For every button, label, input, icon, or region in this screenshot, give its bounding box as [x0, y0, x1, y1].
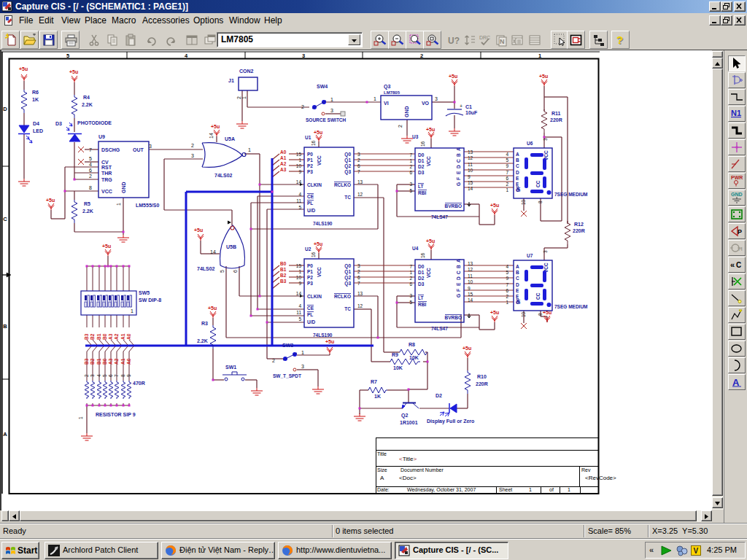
svg-text:B0: B0: [280, 261, 287, 266]
svg-text:SW_T_SPDT: SW_T_SPDT: [273, 373, 301, 378]
svg-text:C: C: [736, 261, 741, 269]
svg-text:1: 1: [298, 158, 301, 163]
svg-text:D: D: [516, 170, 519, 175]
svg-text:R10: R10: [477, 374, 487, 379]
svg-text:Date:: Date:: [377, 487, 390, 492]
svg-text:A0: A0: [126, 333, 131, 340]
svg-text:3: 3: [543, 250, 548, 253]
svg-text:Display Full or Zero: Display Full or Zero: [427, 419, 474, 424]
svg-text:+5u: +5u: [490, 310, 499, 315]
svg-text:D2: D2: [418, 164, 425, 169]
svg-text:D1: D1: [418, 270, 425, 275]
svg-text:A: A: [456, 147, 461, 151]
svg-text:LM555/S0: LM555/S0: [136, 203, 159, 208]
svg-text:B1: B1: [96, 358, 101, 365]
svg-text:RCLKO: RCLKO: [334, 294, 351, 299]
svg-text:14: 14: [468, 298, 473, 303]
svg-text:D: D: [516, 282, 519, 287]
svg-text:3: 3: [543, 138, 548, 141]
svg-text:B2: B2: [90, 333, 95, 340]
svg-text:3: 3: [301, 364, 304, 369]
svg-text:+5u: +5u: [19, 66, 28, 71]
svg-text:A0: A0: [280, 149, 287, 155]
svg-text:R6: R6: [32, 90, 39, 95]
svg-text:«: «: [730, 260, 735, 269]
svg-text:R8: R8: [409, 342, 415, 347]
svg-text:D3: D3: [418, 281, 425, 287]
svg-text:470R: 470R: [133, 381, 145, 386]
svg-text:9: 9: [506, 163, 508, 168]
svg-text:10: 10: [296, 163, 302, 168]
svg-text:12: 12: [357, 303, 363, 308]
svg-text:SW3: SW3: [282, 343, 293, 348]
svg-text:3: 3: [409, 182, 412, 187]
svg-text:CV: CV: [101, 160, 109, 165]
svg-text:7: 7: [409, 152, 412, 158]
svg-text:16: 16: [420, 141, 425, 147]
svg-text:RESISTOR SIP 9: RESISTOR SIP 9: [96, 412, 136, 417]
svg-text:Q1: Q1: [344, 269, 351, 275]
svg-text:74LS190: 74LS190: [313, 332, 333, 338]
svg-text:9: 9: [298, 281, 301, 286]
svg-text:Title: Title: [377, 451, 387, 456]
svg-text:H: H: [738, 246, 743, 252]
svg-text:5: 5: [89, 156, 92, 161]
svg-text:220R: 220R: [550, 117, 562, 122]
svg-text:VCC: VCC: [426, 156, 431, 166]
svg-text:U7: U7: [527, 253, 533, 258]
svg-text:1: 1: [301, 350, 304, 355]
svg-text:12: 12: [357, 192, 363, 197]
svg-text:5: 5: [298, 205, 301, 210]
svg-text:CON2: CON2: [239, 69, 254, 74]
svg-text:D2: D2: [436, 393, 442, 398]
svg-text:9: 9: [126, 374, 131, 377]
svg-text:RST: RST: [101, 165, 112, 170]
svg-text:4: 4: [298, 192, 301, 197]
svg-text:16: 16: [311, 252, 316, 257]
svg-text:1: 1: [131, 308, 133, 314]
svg-text:5: 5: [409, 300, 412, 305]
svg-text:D: D: [456, 276, 461, 280]
svg-text:220R: 220R: [573, 228, 585, 233]
svg-text:E: E: [456, 171, 461, 174]
svg-text:SW DIP-8: SW DIP-8: [139, 298, 161, 303]
svg-text:D2: D2: [418, 276, 425, 281]
svg-text:P0: P0: [307, 152, 313, 157]
svg-text:Size: Size: [377, 467, 387, 472]
svg-text:1: 1: [568, 487, 570, 492]
svg-text:Q3: Q3: [344, 169, 351, 175]
svg-text:Q0: Q0: [344, 263, 351, 269]
svg-text:9: 9: [468, 286, 471, 291]
svg-text:VCC: VCC: [317, 267, 322, 277]
svg-text:+5u: +5u: [102, 244, 111, 249]
svg-text:7: 7: [114, 374, 119, 377]
svg-text:5: 5: [506, 158, 508, 163]
svg-text:11: 11: [468, 273, 473, 279]
svg-text:1: 1: [241, 96, 247, 99]
svg-text:PWR: PWR: [731, 175, 743, 180]
svg-text:D0: D0: [418, 152, 425, 158]
svg-text:74LS47: 74LS47: [431, 214, 448, 219]
svg-text:5: 5: [298, 316, 301, 322]
svg-text:13: 13: [357, 179, 363, 184]
svg-text:U?: U?: [448, 36, 460, 46]
svg-text:TC: TC: [344, 195, 351, 200]
svg-text:P2: P2: [307, 275, 313, 280]
svg-text:+5u: +5u: [539, 74, 548, 79]
svg-text:2.2K: 2.2K: [82, 102, 93, 107]
svg-text:Document Number: Document Number: [400, 467, 444, 472]
svg-text:B3: B3: [280, 279, 287, 284]
svg-text:4: 4: [96, 374, 101, 377]
svg-text:4: 4: [506, 264, 508, 269]
svg-text:of: of: [549, 487, 554, 492]
svg-text:B: B: [456, 265, 461, 268]
svg-text:Sheet: Sheet: [499, 487, 512, 492]
svg-text:CE: CE: [307, 306, 314, 311]
svg-text:C: C: [3, 216, 7, 222]
svg-text:2: 2: [236, 96, 241, 99]
svg-text:G: G: [456, 182, 461, 186]
svg-text:2: 2: [409, 164, 412, 169]
svg-text:6: 6: [409, 281, 412, 287]
svg-text:1: 1: [506, 187, 508, 192]
svg-text:10K: 10K: [409, 355, 419, 360]
